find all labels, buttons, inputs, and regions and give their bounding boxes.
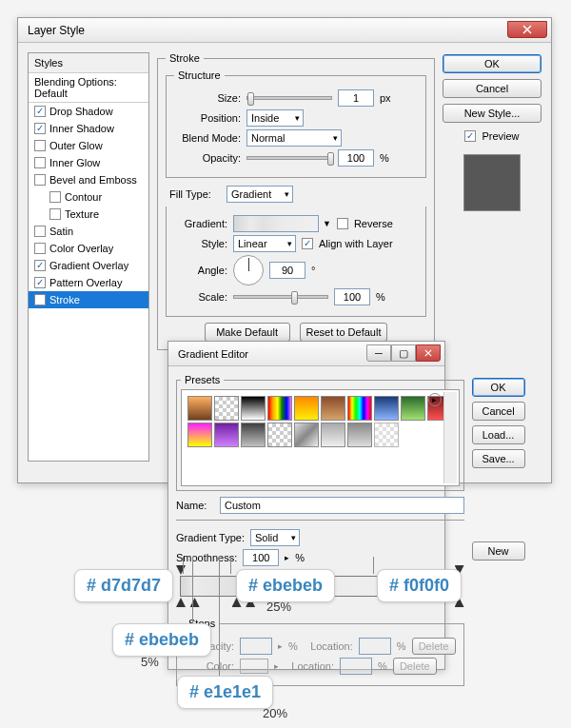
smooth-unit: % xyxy=(295,552,305,563)
checkbox[interactable] xyxy=(34,260,46,271)
new-style-button[interactable]: New Style... xyxy=(443,104,541,123)
preset-swatch[interactable] xyxy=(214,396,239,421)
presets-scrollbar[interactable] xyxy=(443,392,457,483)
gradient-editor-titlebar[interactable]: Gradient Editor ─ ▢ xyxy=(168,342,444,366)
checkbox[interactable] xyxy=(34,174,46,186)
style-bevel-emboss[interactable]: Bevel and Emboss xyxy=(29,171,148,188)
style-satin[interactable]: Satin xyxy=(29,223,148,240)
preset-swatch[interactable] xyxy=(321,396,345,421)
angle-input[interactable] xyxy=(269,262,305,279)
ge-new-button[interactable]: New xyxy=(472,541,525,561)
style-texture[interactable]: Texture xyxy=(29,206,148,223)
angle-dial[interactable] xyxy=(233,255,264,285)
stroke-fieldset: Stroke Structure Size: px Position: Insi… xyxy=(157,52,435,350)
style-inner-shadow[interactable]: Inner Shadow xyxy=(29,120,148,137)
preset-swatch[interactable] xyxy=(374,423,399,447)
align-label: Align with Layer xyxy=(319,238,393,249)
filltype-select[interactable]: Gradient xyxy=(226,186,293,203)
gradient-dropdown-icon[interactable]: ▼ xyxy=(323,219,331,228)
scale-input[interactable] xyxy=(334,288,370,305)
blending-options-row[interactable]: Blending Options: Default xyxy=(29,73,148,103)
close-button[interactable] xyxy=(507,21,547,38)
scale-slider[interactable] xyxy=(233,295,328,299)
reverse-label: Reverse xyxy=(354,218,393,229)
position-select[interactable]: Inside xyxy=(246,109,304,127)
preset-swatch[interactable] xyxy=(401,396,425,421)
style-outer-glow[interactable]: Outer Glow xyxy=(29,137,148,154)
size-unit: px xyxy=(380,92,391,104)
ge-buttons-panel: OK Cancel Load... Save... New xyxy=(472,374,525,703)
window-title: Layer Style xyxy=(28,24,507,37)
checkbox[interactable] xyxy=(34,243,46,254)
preset-swatch[interactable] xyxy=(374,396,399,421)
size-slider[interactable] xyxy=(246,96,332,100)
delete-color-stop-button: Delete xyxy=(393,658,437,675)
style-select[interactable]: Linear xyxy=(233,235,296,252)
maximize-button[interactable]: ▢ xyxy=(391,344,416,362)
ge-ok-button[interactable]: OK xyxy=(472,378,525,397)
presets-menu-icon[interactable]: ▸ xyxy=(428,393,442,406)
opacity-input[interactable] xyxy=(338,149,374,167)
ge-cancel-button[interactable]: Cancel xyxy=(472,402,525,421)
callout-sub-5: 5% xyxy=(141,655,159,669)
make-default-button[interactable]: Make Default xyxy=(205,323,290,342)
preset-swatch[interactable] xyxy=(294,396,319,421)
checkbox[interactable] xyxy=(49,191,61,203)
reverse-checkbox[interactable] xyxy=(337,218,348,229)
style-stroke[interactable]: Stroke xyxy=(29,291,148,308)
reset-default-button[interactable]: Reset to Default xyxy=(300,323,388,342)
preset-swatch[interactable] xyxy=(187,423,212,447)
preset-swatch[interactable] xyxy=(187,396,212,421)
checkbox[interactable] xyxy=(34,226,46,237)
preset-swatch[interactable] xyxy=(347,423,372,447)
opacity-label: Opacity: xyxy=(174,152,241,164)
preview-checkbox[interactable] xyxy=(464,130,476,142)
size-input[interactable] xyxy=(338,89,374,107)
callout-sub-20: 20% xyxy=(263,706,287,720)
opacity-stop[interactable] xyxy=(176,565,186,575)
ge-load-button[interactable]: Load... xyxy=(472,425,525,444)
gradient-swatch[interactable] xyxy=(233,215,319,232)
checkbox[interactable] xyxy=(34,157,46,168)
preset-swatch[interactable] xyxy=(347,396,372,421)
ge-close-button[interactable] xyxy=(416,344,441,362)
name-input[interactable] xyxy=(220,497,464,514)
stop-location-label: Location: xyxy=(304,640,353,652)
preset-swatch[interactable] xyxy=(294,423,319,447)
preset-swatch[interactable] xyxy=(214,423,239,447)
layer-style-titlebar[interactable]: Layer Style xyxy=(18,18,551,43)
presets-box[interactable]: ▸ xyxy=(181,389,460,486)
checkbox[interactable] xyxy=(49,208,61,220)
minimize-button[interactable]: ─ xyxy=(366,344,391,362)
ge-save-button[interactable]: Save... xyxy=(472,449,525,468)
smooth-dropdown-icon[interactable]: ▸ xyxy=(285,553,289,562)
presets-legend: Presets xyxy=(181,374,224,385)
checkbox[interactable] xyxy=(34,106,46,117)
style-color-overlay[interactable]: Color Overlay xyxy=(29,240,148,257)
checkbox[interactable] xyxy=(34,277,46,288)
align-checkbox[interactable] xyxy=(302,238,313,249)
smooth-input[interactable] xyxy=(243,549,279,566)
style-inner-glow[interactable]: Inner Glow xyxy=(29,154,148,171)
style-pattern-overlay[interactable]: Pattern Overlay xyxy=(29,274,148,291)
styles-header[interactable]: Styles xyxy=(29,53,148,73)
preset-swatch[interactable] xyxy=(321,423,345,447)
style-contour[interactable]: Contour xyxy=(29,188,148,206)
stop-color-label: Color: xyxy=(185,660,234,672)
preset-swatch[interactable] xyxy=(267,423,292,447)
checkbox[interactable] xyxy=(34,140,46,151)
preset-swatch[interactable] xyxy=(267,396,292,421)
style-label: Style: xyxy=(174,238,227,249)
opacity-slider[interactable] xyxy=(246,156,332,160)
blendmode-select[interactable]: Normal xyxy=(246,129,342,147)
preset-swatch[interactable] xyxy=(241,423,266,447)
ok-button[interactable]: OK xyxy=(443,54,541,73)
gradtype-select[interactable]: Solid xyxy=(250,529,300,546)
preset-swatch[interactable] xyxy=(241,396,266,421)
checkbox[interactable] xyxy=(34,123,46,134)
checkbox[interactable] xyxy=(34,294,46,305)
style-gradient-overlay[interactable]: Gradient Overlay xyxy=(29,257,148,274)
cancel-button[interactable]: Cancel xyxy=(443,79,541,98)
color-stop[interactable] xyxy=(176,598,186,607)
style-drop-shadow[interactable]: Drop Shadow xyxy=(29,103,148,120)
